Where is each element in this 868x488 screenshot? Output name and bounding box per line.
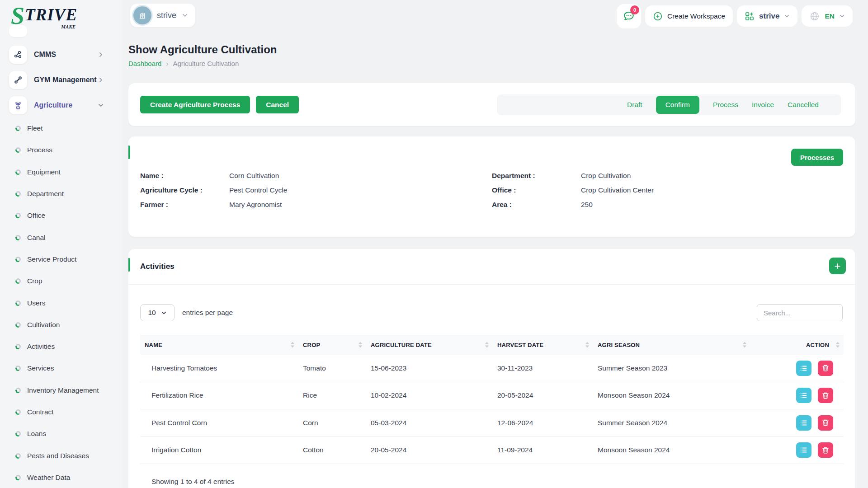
cell-crop: Cotton [298,436,366,464]
detail-value: Pest Control Cycle [229,186,287,194]
chevron-down-icon [98,102,104,108]
delete-activity-button[interactable] [818,361,833,376]
column-header-label: AGRI SEASON [598,342,640,348]
sort-icon[interactable] [485,342,489,348]
sidebar-subitem[interactable]: Canal [0,226,122,248]
sidebar-subitem-label: Services [27,364,54,372]
view-activity-button[interactable] [796,442,811,458]
sort-icon[interactable] [836,342,840,348]
cell-crop: Tomato [298,355,366,382]
view-activity-button[interactable] [796,388,811,403]
sidebar-subitem-label: Crop [27,277,42,285]
column-header[interactable]: HARVEST DATE [493,335,593,355]
sidebar-item-label: Agriculture [34,101,72,109]
sidebar-subitem[interactable]: Service Product [0,249,122,270]
column-header[interactable]: AGRICULTURE DATE [366,335,493,355]
cell-name: Harvesting Tomatoes [140,355,298,382]
cell-name: Fertilization Rice [140,382,298,409]
column-header[interactable]: CROP [298,335,366,355]
cell-actions [750,355,844,382]
status-tab[interactable]: Draft [627,101,642,109]
status-tab[interactable]: Invoice [752,101,774,109]
list-icon [800,364,808,372]
brand-initial: S [11,5,24,28]
sidebar-subitem[interactable]: Crop [0,270,122,292]
page-size-value: 10 [148,309,156,317]
sidebar-subitem-label: Fleet [27,124,42,132]
sidebar-item-gym-management[interactable]: GYM Management [0,70,122,90]
sidebar-subitem-label: Inventory Management [27,386,99,394]
delete-activity-button[interactable] [818,442,833,458]
status-tab[interactable]: Process [713,101,738,109]
column-header[interactable]: NAME [140,335,298,355]
cancel-button[interactable]: Cancel [256,96,299,113]
sidebar-item-label: CMMS [34,51,56,59]
view-activity-button[interactable] [796,415,811,431]
bullet-ring-icon [15,388,21,393]
detail-field: Agriculture Cycle : Pest Control Cycle [140,186,492,194]
sidebar-subitem[interactable]: Contract [0,401,122,423]
bullet-ring-icon [15,147,21,153]
activities-title: Activities [140,262,175,271]
sidebar-subitem[interactable]: Loans [0,423,122,445]
sidebar-subitem[interactable]: Weather Data [0,467,122,488]
sort-icon[interactable] [359,342,362,348]
column-header[interactable]: ACTION [750,335,844,355]
bullet-ring-icon [15,300,21,306]
sidebar-subitem[interactable]: Office [0,205,122,226]
bullet-ring-icon [15,453,21,459]
detail-label: Office : [492,186,581,194]
sidebar-subitem[interactable]: Cultivation [0,314,122,336]
trash-icon [822,446,829,454]
status-tab[interactable]: Confirm [656,96,699,114]
sidebar-subitem[interactable]: Equipment [0,161,122,183]
card-accent-bar [128,145,130,159]
detail-value: Mary Agronomist [229,201,282,209]
sidebar-subitem[interactable]: Inventory Management [0,380,122,401]
detail-value: Crop Cultivation [581,172,631,180]
cell-agriculture-date: 05-03-2024 [366,409,493,437]
sidebar-subitem-label: Loans [27,430,46,438]
sidebar-item-label: GYM Management [34,76,97,84]
sidebar-subitem[interactable]: Activities [0,336,122,357]
table-body: Harvesting Tomatoes Tomato 15-06-2023 30… [140,355,844,464]
sidebar-subitem[interactable]: Pests and Diseases [0,445,122,466]
cell-agriculture-date: 15-06-2023 [366,355,493,382]
column-header-label: ACTION [806,342,829,348]
breadcrumb-dashboard-link[interactable]: Dashboard [128,60,161,67]
breadcrumb-current: Agriculture Cultivation [173,60,239,67]
column-header[interactable]: AGRI SEASON [593,335,750,355]
entries-per-page-label: entries per page [182,309,233,317]
bullet-ring-icon [15,278,21,284]
sidebar-subitem-label: Pests and Diseases [27,452,89,460]
create-agriculture-process-button[interactable]: Create Agriculture Process [140,96,250,113]
sidebar-subitem[interactable]: Services [0,357,122,379]
bullet-ring-icon [15,235,21,240]
sidebar-subitem[interactable]: Fleet [0,117,122,139]
delete-activity-button[interactable] [818,415,833,431]
page-size-select[interactable]: 10 [140,304,175,321]
processes-button[interactable]: Processes [791,149,843,166]
sidebar-item-cmms[interactable]: CMMS [0,45,122,65]
cell-harvest-date: 20-05-2024 [493,382,593,409]
status-tab[interactable]: Cancelled [788,101,819,109]
view-activity-button[interactable] [796,361,811,376]
sort-icon[interactable] [291,342,294,348]
sidebar-subitem[interactable]: Process [0,139,122,161]
activities-table: NAME CROP AGRICULTURE DATE [140,335,844,464]
cell-crop: Rice [298,382,366,409]
detail-field: Name : Corn Cultivation [140,172,492,180]
sprout-icon [9,96,27,114]
delete-activity-button[interactable] [818,388,833,403]
list-icon [800,446,808,454]
sidebar-subitem-label: Contract [27,408,54,416]
sort-icon[interactable] [743,342,746,348]
trash-icon [822,392,829,399]
add-activity-button[interactable]: + [829,258,846,274]
sidebar-item-agriculture[interactable]: Agriculture [0,95,122,115]
breadcrumb: Dashboard › Agriculture Cultivation [128,60,239,67]
sidebar-subitem[interactable]: Users [0,292,122,314]
sort-icon[interactable] [585,342,589,348]
search-input[interactable] [757,304,843,321]
sidebar-subitem[interactable]: Department [0,183,122,205]
